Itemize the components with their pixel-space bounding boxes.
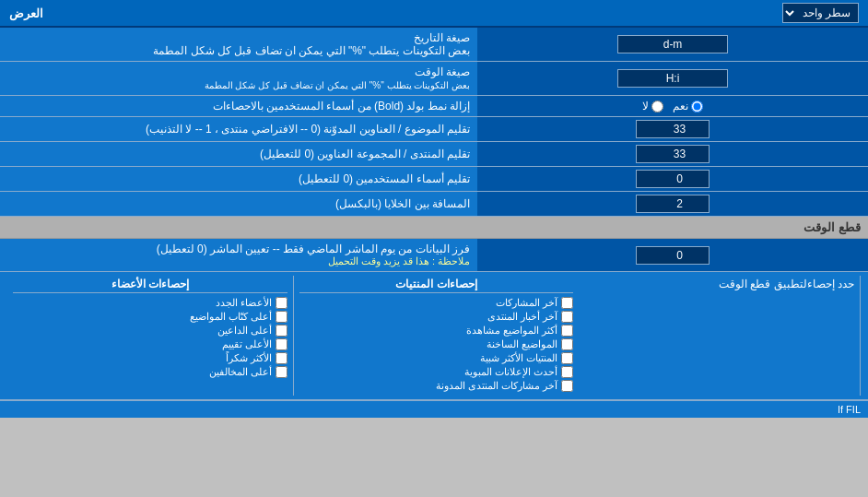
top-bar-right-label: العرض xyxy=(9,6,43,20)
date-format-value[interactable]: d-m xyxy=(477,28,868,62)
list-item: أعلى الداعين xyxy=(13,325,287,337)
trim-user-input[interactable] xyxy=(636,170,710,188)
stats-limit-label: حدد إحصاءلتطبيق قطع الوقت xyxy=(579,276,861,396)
display-select[interactable]: سطر واحدسطرانثلاثة أسطر xyxy=(782,3,859,23)
date-format-label: صيغة التاريخ بعض التكوينات يتطلب "%" الت… xyxy=(0,28,477,62)
list-item: آخر أخبار المنتدى xyxy=(299,311,574,323)
list-item: أحدث الإعلانات المبوية xyxy=(299,366,574,378)
stats-col1-title: إحصاءات المنتيات xyxy=(299,278,574,293)
checkbox-item[interactable] xyxy=(276,338,287,350)
trim-topic-input[interactable] xyxy=(636,120,710,138)
checkbox-item[interactable] xyxy=(276,311,287,323)
stats-col2: إحصاءات الأعضاء الأعضاء الجدد أعلى كتّاب… xyxy=(7,276,294,396)
select-wrapper[interactable]: سطر واحدسطرانثلاثة أسطر xyxy=(782,3,859,23)
checkbox-item[interactable] xyxy=(561,311,573,323)
stats-col2-title: إحصاءات الأعضاء xyxy=(13,278,287,293)
bold-radio-yes[interactable] xyxy=(691,101,703,112)
date-format-input[interactable]: d-m xyxy=(617,35,728,53)
cut-time-input[interactable] xyxy=(636,246,710,265)
cut-time-table: فرز البيانات من يوم الماشر الماضي فقط --… xyxy=(0,239,868,272)
checkbox-item[interactable] xyxy=(561,325,573,337)
checkbox-item[interactable] xyxy=(561,338,573,350)
table-row: فرز البيانات من يوم الماشر الماضي فقط --… xyxy=(0,239,868,272)
cut-time-label: فرز البيانات من يوم الماشر الماضي فقط --… xyxy=(0,239,477,272)
cell-spacing-input[interactable] xyxy=(636,195,710,213)
top-bar: سطر واحدسطرانثلاثة أسطر العرض xyxy=(0,0,868,28)
stats-col1: إحصاءات المنتيات آخر المشاركات آخر أخبار… xyxy=(294,276,580,396)
table-row: تقليم أسماء المستخدمين (0 للتعطيل) xyxy=(0,167,868,192)
checkbox-item[interactable] xyxy=(561,352,573,364)
table-row: نعم لا إزالة نمط بولد (Bold) من أسماء ال… xyxy=(0,96,868,117)
list-item: آخر المشاركات xyxy=(299,297,574,309)
bold-radio-no[interactable] xyxy=(651,101,663,112)
checkbox-item[interactable] xyxy=(276,325,287,337)
settings-table: d-m صيغة التاريخ بعض التكوينات يتطلب "%"… xyxy=(0,28,868,217)
cut-time-value[interactable] xyxy=(477,239,868,272)
list-item: المواضيع الساخنة xyxy=(299,338,574,350)
checkbox-item[interactable] xyxy=(276,366,287,378)
checkbox-item[interactable] xyxy=(276,352,287,364)
table-row: d-m صيغة التاريخ بعض التكوينات يتطلب "%"… xyxy=(0,28,868,62)
stats-section: حدد إحصاءلتطبيق قطع الوقت إحصاءات المنتي… xyxy=(0,272,868,400)
footer-note: If FIL xyxy=(0,400,868,418)
bold-radio-value[interactable]: نعم لا xyxy=(477,96,868,117)
table-row: تقليم الموضوع / العناوين المدوّنة (0 -- … xyxy=(0,117,868,142)
checkbox-item[interactable] xyxy=(561,297,573,309)
list-item: آخر مشاركات المنتدى المدونة xyxy=(299,380,574,392)
trim-forum-value[interactable] xyxy=(477,142,868,167)
list-item: أكثر المواضيع مشاهدة xyxy=(299,325,574,337)
trim-user-value[interactable] xyxy=(477,167,868,192)
list-item: الأكثر شكراً xyxy=(13,352,287,364)
trim-forum-label: تقليم المنتدى / المجموعة العناوين (0 للت… xyxy=(0,142,477,167)
trim-user-label: تقليم أسماء المستخدمين (0 للتعطيل) xyxy=(0,167,477,192)
list-item: أعلى كتّاب المواضيع xyxy=(13,311,287,323)
list-item: أعلى المخالفين xyxy=(13,366,287,378)
list-item: الأعلى تقييم xyxy=(13,338,287,350)
cell-spacing-value[interactable] xyxy=(477,192,868,217)
cut-time-note: ملاحظة : هذا قد يزيد وقت التحميل xyxy=(7,255,470,267)
time-format-value[interactable] xyxy=(477,62,868,96)
stats-grid: حدد إحصاءلتطبيق قطع الوقت إحصاءات المنتي… xyxy=(7,276,861,396)
table-row: صيغة الوقتبعض التكوينات يتطلب "%" التي ي… xyxy=(0,62,868,96)
time-format-label: صيغة الوقتبعض التكوينات يتطلب "%" التي ي… xyxy=(0,62,477,96)
checkbox-item[interactable] xyxy=(276,297,287,309)
table-row: المسافة بين الخلايا (بالبكسل) xyxy=(0,192,868,217)
bold-label: إزالة نمط بولد (Bold) من أسماء المستخدمي… xyxy=(0,96,477,117)
checkbox-item[interactable] xyxy=(561,366,573,378)
list-item: المنتيات الأكثر شبية xyxy=(299,352,574,364)
trim-topic-label: تقليم الموضوع / العناوين المدوّنة (0 -- … xyxy=(0,117,477,142)
trim-topic-value[interactable] xyxy=(477,117,868,142)
list-item: الأعضاء الجدد xyxy=(13,297,287,309)
time-format-input[interactable] xyxy=(617,69,728,88)
table-row: تقليم المنتدى / المجموعة العناوين (0 للت… xyxy=(0,142,868,167)
section-title-cut-time: قطع الوقت xyxy=(0,217,868,239)
checkbox-item[interactable] xyxy=(561,380,573,392)
trim-forum-input[interactable] xyxy=(636,145,710,163)
cell-spacing-label: المسافة بين الخلايا (بالبكسل) xyxy=(0,192,477,217)
